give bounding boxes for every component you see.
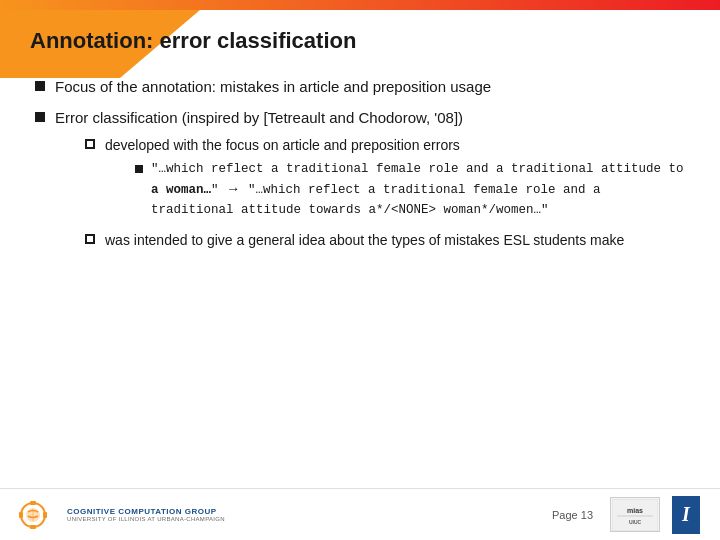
sub-bullet-2: was intended to give a general idea abou… [85, 230, 685, 251]
svg-text:UIUC: UIUC [629, 519, 642, 525]
i-letter: I [682, 503, 690, 526]
main-bullet-2-text: Error classification (inspired by [Tetre… [55, 109, 463, 126]
mias-logo: mias UIUC [610, 497, 660, 532]
svg-text:mias: mias [627, 507, 643, 514]
sub-bullets-container: developed with the focus on article and … [85, 135, 685, 251]
code-part-1: "…which reflect a traditional female rol… [151, 162, 684, 176]
main-bullet-1-text: Focus of the annotation: mistakes in art… [55, 76, 491, 99]
footer-left: Cognitive Computation Group University o… [15, 496, 225, 534]
small-square-icon [135, 165, 143, 173]
sub-sub-bullet-1: "…which reflect a traditional female rol… [135, 160, 685, 220]
sub-bullet-1: developed with the focus on article and … [85, 135, 685, 224]
footer: Cognitive Computation Group University o… [0, 488, 720, 540]
bullet-square-icon-2 [35, 112, 45, 122]
ccg-name: Cognitive Computation Group [67, 507, 225, 516]
bullet-square-icon-1 [35, 81, 45, 91]
svg-rect-4 [19, 512, 23, 518]
code-block: "…which reflect a traditional female rol… [151, 160, 685, 220]
slide: Annotation: error classification Focus o… [0, 0, 720, 540]
ccg-text: Cognitive Computation Group University o… [67, 507, 225, 522]
slide-title: Annotation: error classification [30, 28, 690, 54]
sub-sub-bullets: "…which reflect a traditional female rol… [135, 160, 685, 220]
title-wrapper: Annotation: error classification [0, 10, 720, 66]
mias-svg: mias UIUC [612, 499, 658, 531]
arrow-icon: → [229, 181, 237, 197]
main-bullet-1: Focus of the annotation: mistakes in art… [35, 76, 685, 99]
page-number: Page 13 [552, 509, 593, 521]
ccg-logo-svg [15, 496, 59, 534]
hollow-square-icon-1 [85, 139, 95, 149]
svg-rect-7 [612, 499, 658, 531]
sub-bullet-2-text: was intended to give a general idea abou… [105, 230, 624, 251]
main-bullet-2: Error classification (inspired by [Tetre… [35, 107, 685, 258]
sub-bullet-1-text: developed with the focus on article and … [105, 137, 460, 153]
hollow-square-icon-2 [85, 234, 95, 244]
code-bold-part: a woman… [151, 183, 211, 197]
content-area: Focus of the annotation: mistakes in art… [0, 66, 720, 275]
footer-right: Page 13 mias UIUC I [552, 496, 700, 534]
code-part-2: " [211, 183, 226, 197]
svg-rect-5 [43, 512, 47, 518]
ccg-institution: University of Illinois at Urbana-Champai… [67, 516, 225, 522]
top-bar [0, 0, 720, 10]
svg-rect-3 [30, 525, 36, 529]
svg-rect-2 [30, 501, 36, 505]
title-section: Annotation: error classification [0, 10, 720, 66]
ccg-logo-container [15, 496, 59, 534]
i-logo: I [672, 496, 700, 534]
